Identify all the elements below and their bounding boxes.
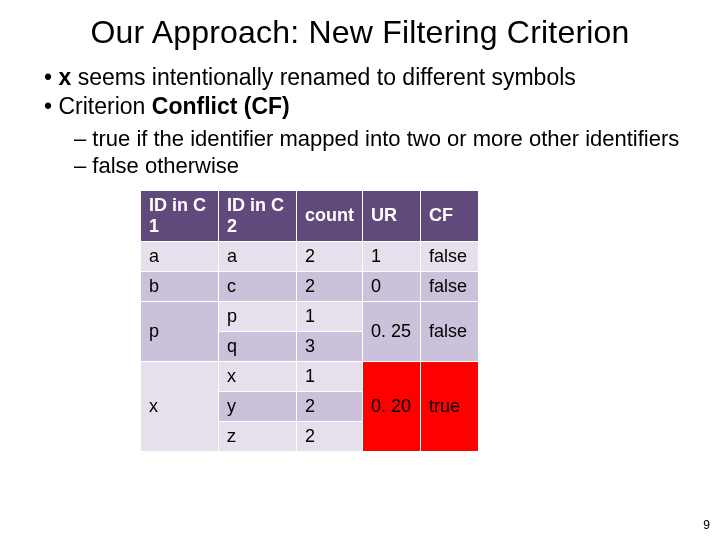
bullet-2-bold: Conflict (CF)	[152, 93, 290, 119]
cell-id1: x	[141, 361, 219, 451]
table-row: b c 2 0 false	[141, 271, 479, 301]
cell-count: 1	[297, 361, 363, 391]
cell-count: 2	[297, 271, 363, 301]
header-ur: UR	[363, 190, 421, 241]
criterion-table: ID in C 1 ID in C 2 count UR CF a a 2 1 …	[140, 190, 479, 452]
table-container: ID in C 1 ID in C 2 count UR CF a a 2 1 …	[140, 190, 690, 452]
cell-ur-highlight: 0. 20	[363, 361, 421, 451]
table-header-row: ID in C 1 ID in C 2 count UR CF	[141, 190, 479, 241]
cell-id2: c	[219, 271, 297, 301]
sub-2: false otherwise	[74, 152, 690, 180]
bullet-2: Criterion Conflict (CF)	[44, 92, 690, 121]
table-row: x x 1 0. 20 true	[141, 361, 479, 391]
cell-id2: z	[219, 421, 297, 451]
sub-list: true if the identifier mapped into two o…	[30, 125, 690, 180]
table-row: p p 1 0. 25 false	[141, 301, 479, 331]
bullet-1: x seems intentionally renamed to differe…	[44, 63, 690, 92]
cell-id2: x	[219, 361, 297, 391]
header-id1: ID in C 1	[141, 190, 219, 241]
sub-1: true if the identifier mapped into two o…	[74, 125, 690, 153]
bullet-1-text: seems intentionally renamed to different…	[71, 64, 576, 90]
cell-count: 2	[297, 421, 363, 451]
cell-ur: 1	[363, 241, 421, 271]
cell-count: 1	[297, 301, 363, 331]
cell-id2: y	[219, 391, 297, 421]
cell-id1: b	[141, 271, 219, 301]
cell-id1: a	[141, 241, 219, 271]
slide: Our Approach: New Filtering Criterion x …	[0, 0, 720, 452]
cell-id2: q	[219, 331, 297, 361]
cell-ur: 0	[363, 271, 421, 301]
cell-count: 2	[297, 391, 363, 421]
cell-id1: p	[141, 301, 219, 361]
slide-title: Our Approach: New Filtering Criterion	[30, 14, 690, 51]
page-number: 9	[703, 518, 710, 532]
cell-ur: 0. 25	[363, 301, 421, 361]
header-id2: ID in C 2	[219, 190, 297, 241]
bullet-list: x seems intentionally renamed to differe…	[30, 63, 690, 121]
cell-count: 3	[297, 331, 363, 361]
bullet-1-bold: x	[58, 64, 71, 90]
header-count: count	[297, 190, 363, 241]
table-row: a a 2 1 false	[141, 241, 479, 271]
cell-cf: false	[421, 241, 479, 271]
cell-id2: p	[219, 301, 297, 331]
cell-id2: a	[219, 241, 297, 271]
header-cf: CF	[421, 190, 479, 241]
cell-cf-highlight: true	[421, 361, 479, 451]
cell-count: 2	[297, 241, 363, 271]
cell-cf: false	[421, 271, 479, 301]
cell-cf: false	[421, 301, 479, 361]
bullet-2-pre: Criterion	[58, 93, 151, 119]
